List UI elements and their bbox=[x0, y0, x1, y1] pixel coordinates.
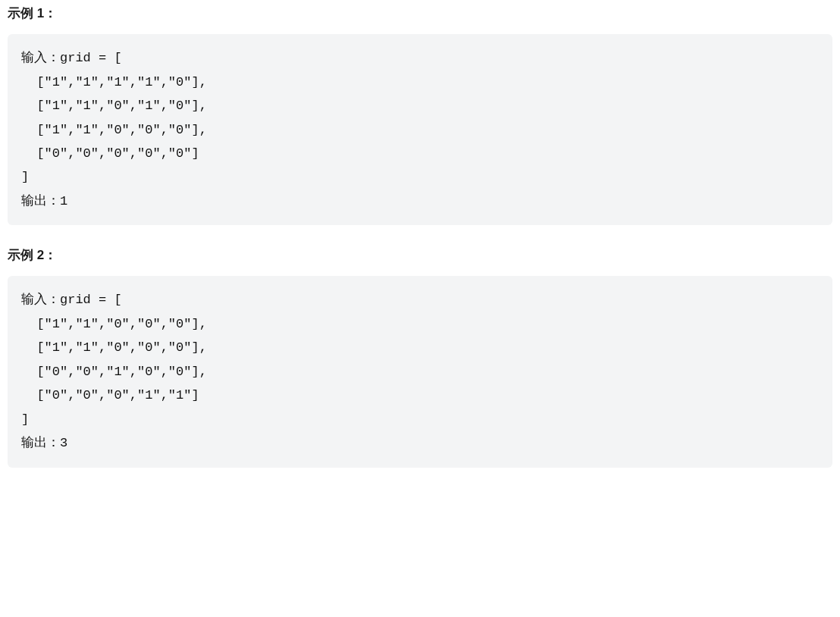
example-1-label: 示例 1： bbox=[8, 3, 832, 23]
examples-container: 示例 1： 输入：grid = [ ["1","1","1","1","0"],… bbox=[0, 3, 840, 468]
example-2-label: 示例 2： bbox=[8, 245, 832, 265]
example-1-code: 输入：grid = [ ["1","1","1","1","0"], ["1",… bbox=[8, 34, 832, 225]
example-2-code: 输入：grid = [ ["1","1","0","0","0"], ["1",… bbox=[8, 276, 832, 467]
